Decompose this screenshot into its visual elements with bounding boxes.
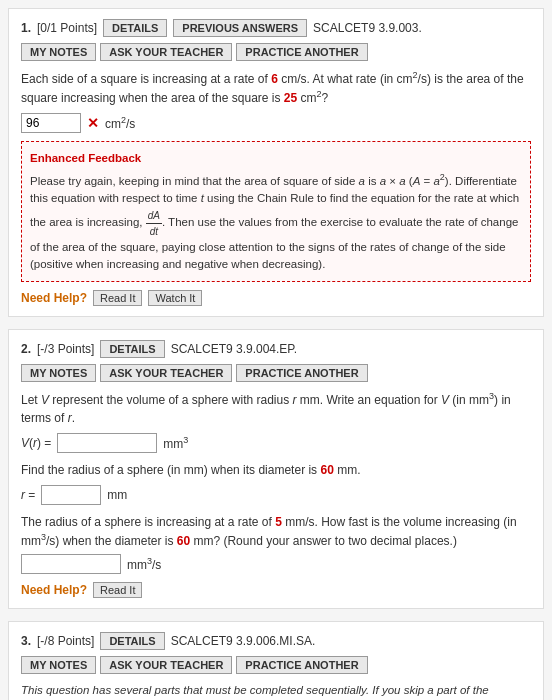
q1-btn-row: MY NOTES ASK YOUR TEACHER PRACTICE ANOTH…: [21, 43, 531, 61]
q1-val2: 25: [284, 91, 297, 105]
q2-input2-label: r =: [21, 488, 35, 502]
q2-input1-unit: mm3: [163, 435, 188, 451]
q1-scalcet: SCALCET9 3.9.003.: [313, 21, 422, 35]
q2-input3[interactable]: [21, 554, 121, 574]
q2-diameter2: 60: [177, 534, 190, 548]
q1-read-button[interactable]: Read It: [93, 290, 142, 306]
q1-notes-button[interactable]: MY NOTES: [21, 43, 96, 61]
question-1-block: 1. [0/1 Points] DETAILS PREVIOUS ANSWERS…: [8, 8, 544, 317]
q2-body2: Find the radius of a sphere (in mm) when…: [21, 461, 531, 479]
q1-feedback-box: Enhanced Feedback Please try again, keep…: [21, 141, 531, 282]
q3-btn-row: MY NOTES ASK YOUR TEACHER PRACTICE ANOTH…: [21, 656, 531, 674]
q1-answer-row: ✕ cm2/s: [21, 113, 531, 133]
q2-input2-unit: mm: [107, 488, 127, 502]
question-3-block: 3. [-/8 Points] DETAILS SCALCET9 3.9.006…: [8, 621, 544, 700]
q2-read-button[interactable]: Read It: [93, 582, 142, 598]
q3-notes-button[interactable]: MY NOTES: [21, 656, 96, 674]
q2-input2[interactable]: [41, 485, 101, 505]
q3-details-button[interactable]: DETAILS: [100, 632, 164, 650]
q2-details-button[interactable]: DETAILS: [100, 340, 164, 358]
q2-points: [-/3 Points]: [37, 342, 94, 356]
q3-italic-note: This question has several parts that mus…: [21, 682, 531, 700]
q2-answer-row1: V(r) = mm3: [21, 433, 531, 453]
q1-number: 1.: [21, 21, 31, 35]
q1-watch-button[interactable]: Watch It: [148, 290, 202, 306]
page-container: 1. [0/1 Points] DETAILS PREVIOUS ANSWERS…: [0, 0, 552, 700]
q1-practice-button[interactable]: PRACTICE ANOTHER: [236, 43, 367, 61]
q1-need-help: Need Help? Read It Watch It: [21, 290, 531, 306]
q2-input3-unit: mm3/s: [127, 556, 161, 572]
question-2-block: 2. [-/3 Points] DETAILS SCALCET9 3.9.004…: [8, 329, 544, 609]
q2-notes-button[interactable]: MY NOTES: [21, 364, 96, 382]
q1-previous-button[interactable]: PREVIOUS ANSWERS: [173, 19, 307, 37]
q2-need-help: Need Help? Read It: [21, 582, 531, 598]
q3-practice-button[interactable]: PRACTICE ANOTHER: [236, 656, 367, 674]
question-3-header: 3. [-/8 Points] DETAILS SCALCET9 3.9.006…: [21, 632, 531, 650]
q2-input1[interactable]: [57, 433, 157, 453]
q3-ask-button[interactable]: ASK YOUR TEACHER: [100, 656, 232, 674]
q3-scalcet: SCALCET9 3.9.006.MI.SA.: [171, 634, 316, 648]
q2-ask-button[interactable]: ASK YOUR TEACHER: [100, 364, 232, 382]
q3-points: [-/8 Points]: [37, 634, 94, 648]
q2-need-help-label: Need Help?: [21, 583, 87, 597]
q1-feedback-title: Enhanced Feedback: [30, 150, 522, 167]
q2-answer-row3: mm3/s: [21, 554, 531, 574]
q1-wrong-icon: ✕: [87, 115, 99, 131]
q2-body1: Let V represent the volume of a sphere w…: [21, 390, 531, 427]
q1-points: [0/1 Points]: [37, 21, 97, 35]
q3-number: 3.: [21, 634, 31, 648]
q2-number: 2.: [21, 342, 31, 356]
q1-need-help-label: Need Help?: [21, 291, 87, 305]
q2-btn-row: MY NOTES ASK YOUR TEACHER PRACTICE ANOTH…: [21, 364, 531, 382]
question-1-header: 1. [0/1 Points] DETAILS PREVIOUS ANSWERS…: [21, 19, 531, 37]
q1-body: Each side of a square is increasing at a…: [21, 69, 531, 107]
q2-practice-button[interactable]: PRACTICE ANOTHER: [236, 364, 367, 382]
q1-details-button[interactable]: DETAILS: [103, 19, 167, 37]
q1-ask-button[interactable]: ASK YOUR TEACHER: [100, 43, 232, 61]
q2-body3: The radius of a sphere is increasing at …: [21, 513, 531, 550]
q1-unit: cm2/s: [105, 115, 135, 131]
q2-answer-row2: r = mm: [21, 485, 531, 505]
q2-scalcet: SCALCET9 3.9.004.EP.: [171, 342, 298, 356]
q1-val1: 6: [271, 72, 278, 86]
q2-input1-label: V(r) =: [21, 436, 51, 450]
q2-rate: 5: [275, 515, 282, 529]
q1-feedback-body: Please try again, keeping in mind that t…: [30, 175, 519, 270]
question-2-header: 2. [-/3 Points] DETAILS SCALCET9 3.9.004…: [21, 340, 531, 358]
q2-diameter: 60: [320, 463, 333, 477]
q1-answer-input[interactable]: [21, 113, 81, 133]
